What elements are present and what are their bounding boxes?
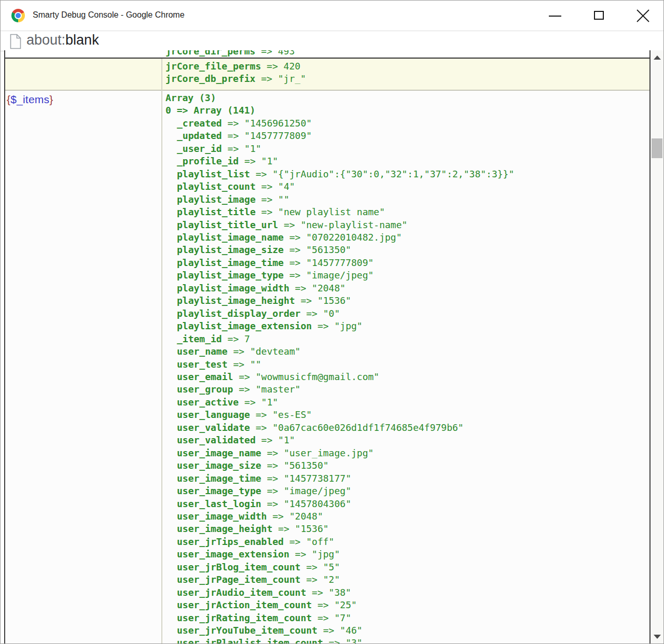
- debug-line: user_group => "master": [165, 383, 649, 396]
- config-values-row: jrCore_file_perms => 420jrCore_db_prefix…: [5, 59, 649, 90]
- maximize-button[interactable]: [587, 5, 611, 26]
- debug-line: playlist_count => "4": [165, 180, 649, 193]
- window-titlebar: Smarty Debug Console - Google Chrome: [1, 1, 663, 31]
- debug-line: user_image_height => "1536": [165, 523, 649, 535]
- debug-line: playlist_image_time => "1457777809": [165, 257, 649, 269]
- debug-line: user_name => "devteam": [165, 345, 649, 358]
- vertical-scrollbar[interactable]: [651, 50, 663, 643]
- address-bar[interactable]: about:blank: [1, 31, 663, 51]
- debug-line: user_jrRating_item_count => "7": [165, 612, 649, 624]
- debug-line: user_image_width => "2048": [165, 510, 649, 523]
- debug-line: user_image_type => "image/jpeg": [165, 485, 649, 497]
- window-title: Smarty Debug Console - Google Chrome: [33, 10, 185, 20]
- url-text[interactable]: about:blank: [26, 32, 99, 48]
- debug-line: user_test => "": [165, 358, 649, 371]
- debug-line: user_jrPlaylist_item_count => "3": [165, 637, 649, 643]
- variable-name-cell: {$_items}: [5, 91, 161, 643]
- clipped-line-cell: jrCore_dir_perms => 493: [162, 50, 649, 58]
- debug-line: user_image_time => "1457738177": [165, 472, 649, 485]
- chrome-logo-icon: [11, 9, 25, 22]
- debug-line: user_validated => "1": [165, 434, 649, 446]
- maximize-icon: [594, 11, 604, 20]
- debug-line: user_jrYouTube_item_count => "46": [165, 624, 649, 637]
- scroll-down-button[interactable]: [651, 630, 663, 643]
- minimize-icon: [549, 16, 561, 17]
- debug-line: playlist_image_height => "1536": [165, 295, 649, 307]
- column-divider: [161, 59, 162, 643]
- close-brace: }: [49, 93, 53, 105]
- minimize-button[interactable]: [543, 5, 567, 26]
- debug-line: playlist_image_size => "561350": [165, 244, 649, 256]
- config-value-cell: jrCore_file_perms => 420jrCore_db_prefix…: [162, 59, 649, 90]
- debug-line: user_jrTips_enabled => "off": [165, 536, 649, 548]
- debug-line: playlist_image => "": [165, 193, 649, 206]
- debug-line: user_last_login => "1457804306": [165, 498, 649, 510]
- close-button[interactable]: [631, 5, 655, 26]
- scroll-up-button[interactable]: [651, 50, 663, 64]
- debug-line: user_language => "es-ES": [165, 409, 649, 421]
- url-scheme: about:: [26, 32, 65, 48]
- scroll-down-arrow-icon: [654, 635, 661, 639]
- debug-line: user_image_extension => "jpg": [165, 548, 649, 561]
- debug-line: playlist_image_width => "2048": [165, 282, 649, 295]
- debug-line: _created => "1456961250": [165, 117, 649, 130]
- variable-name: $_items: [10, 93, 49, 105]
- scrollbar-thumb[interactable]: [652, 138, 662, 158]
- debug-line: Array (3): [165, 92, 649, 104]
- scrolled-clipped-row: jrCore_dir_perms => 493: [5, 50, 649, 58]
- debug-line: playlist_title => "new playlist name": [165, 206, 649, 218]
- debug-line: user_active => "1": [165, 396, 649, 409]
- debug-line: user_jrPage_item_count => "2": [165, 573, 649, 586]
- scroll-up-arrow-icon: [654, 55, 661, 60]
- smarty-debug-console: jrCore_dir_perms => 493 jrCore_file_perm…: [4, 50, 651, 643]
- close-icon: [631, 5, 655, 26]
- url-host: blank: [65, 32, 99, 48]
- debug-line: playlist_image_name => "07022010482.jpg": [165, 231, 649, 244]
- debug-line: playlist_display_order => "0": [165, 307, 649, 320]
- page-icon: [9, 34, 22, 49]
- debug-line: _updated => "1457777809": [165, 130, 649, 142]
- debug-line: playlist_image_extension => "jpg": [165, 320, 649, 332]
- debug-line: _item_id => 7: [165, 333, 649, 345]
- debug-line: user_jrAction_item_count => "25": [165, 599, 649, 611]
- debug-line: jrCore_db_prefix => "jr_": [165, 73, 649, 85]
- debug-line: playlist_list => "{"jrAudio":{"30":0,"32…: [165, 168, 649, 180]
- debug-line: 0 => Array (141): [165, 104, 649, 117]
- items-variable-row: {$_items} Array (3)0 => Array (141)_crea…: [5, 91, 649, 643]
- debug-line: jrCore_file_perms => 420: [165, 60, 649, 73]
- debug-line: user_image_name => "user_image.jpg": [165, 447, 649, 459]
- debug-line: user_email => "wowmusicfm@gmail.com": [165, 371, 649, 383]
- debug-line: user_jrAudio_item_count => "38": [165, 586, 649, 599]
- template-variable-name: {$_items}: [5, 91, 161, 106]
- debug-line: user_image_size => "561350": [165, 459, 649, 472]
- debug-line: jrCore_dir_perms => 493: [165, 50, 649, 58]
- debug-line: _profile_id => "1": [165, 155, 649, 167]
- debug-line: _user_id => "1": [165, 143, 649, 155]
- debug-line: playlist_title_url => "new-playlist-name…: [165, 219, 649, 231]
- variable-value-cell: Array (3)0 => Array (141)_created => "14…: [162, 91, 649, 643]
- debug-line: playlist_image_type => "image/jpeg": [165, 269, 649, 282]
- debug-line: user_jrBlog_item_count => "5": [165, 561, 649, 573]
- debug-line: user_validate => "0a67cac60e026d1df1f746…: [165, 422, 649, 434]
